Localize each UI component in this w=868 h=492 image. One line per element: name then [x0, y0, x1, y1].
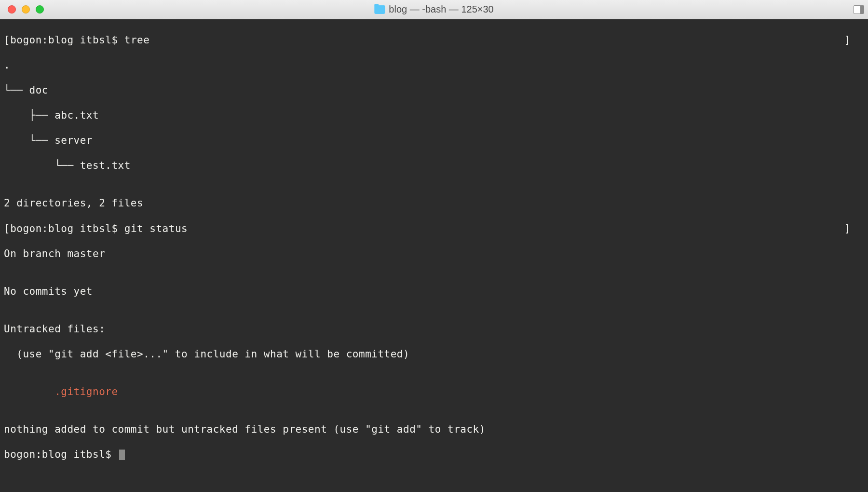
shell-prompt: bogon:blog itbsl$: [10, 223, 124, 234]
prompt-bracket-open: [: [4, 34, 10, 46]
command-text: tree: [124, 34, 150, 46]
traffic-lights: [0, 5, 44, 14]
cursor-block: [119, 450, 125, 460]
terminal-output-line: └── doc: [4, 84, 864, 96]
terminal-line: bogon:blog itbsl$: [4, 448, 864, 461]
terminal-output-line: └── server: [4, 134, 864, 147]
untracked-file-line: .gitignore: [4, 385, 864, 398]
folder-icon: [374, 5, 385, 14]
terminal-output-line: .: [4, 59, 864, 71]
terminal-output-line: nothing added to commit but untracked fi…: [4, 423, 864, 436]
shell-prompt: bogon:blog itbsl$: [4, 449, 118, 460]
terminal-output-line: ├── abc.txt: [4, 109, 864, 122]
terminal-output-line: On branch master: [4, 247, 864, 260]
shell-prompt: bogon:blog itbsl$: [10, 34, 124, 46]
title-bar: blog — -bash — 125×30: [0, 0, 868, 19]
maximize-window-button[interactable]: [36, 5, 44, 14]
prompt-bracket-open: [: [4, 223, 10, 234]
terminal-content: [bogon:blog itbsl$ tree] . └── doc ├── a…: [4, 21, 864, 486]
prompt-bracket-close: ]: [844, 34, 854, 46]
titlebar-right-controls: [854, 5, 864, 14]
terminal-line: [bogon:blog itbsl$ tree]: [4, 34, 854, 46]
terminal-output-line: (use "git add <file>..." to include in w…: [4, 348, 864, 360]
terminal-area[interactable]: [bogon:blog itbsl$ tree] . └── doc ├── a…: [0, 19, 868, 492]
minimize-window-button[interactable]: [22, 5, 30, 14]
prompt-bracket-close: ]: [844, 222, 854, 235]
terminal-output-line: └── test.txt: [4, 159, 864, 172]
terminal-line: [bogon:blog itbsl$ git status]: [4, 222, 854, 235]
command-text: git status: [124, 223, 188, 234]
window-title-container: blog — -bash — 125×30: [374, 4, 493, 15]
window-title: blog — -bash — 125×30: [389, 4, 493, 15]
scrollbar-track[interactable]: [858, 19, 868, 492]
sidebar-toggle-icon[interactable]: [854, 5, 864, 14]
close-window-button[interactable]: [8, 5, 16, 14]
terminal-output-line: Untracked files:: [4, 323, 864, 335]
terminal-output-line: No commits yet: [4, 285, 864, 298]
terminal-output-line: 2 directories, 2 files: [4, 197, 864, 209]
